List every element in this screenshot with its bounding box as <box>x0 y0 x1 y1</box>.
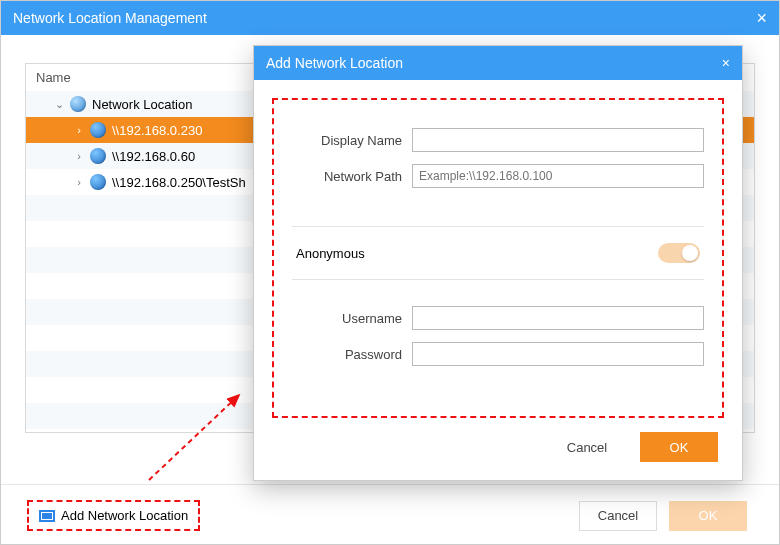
main-body: Name ⌄ Network Location › \\192.168.0.23… <box>1 35 779 545</box>
network-path-label: Network Path <box>292 169 412 184</box>
network-path-row: Network Path <box>292 164 704 188</box>
anonymous-toggle[interactable] <box>658 243 700 263</box>
close-icon[interactable]: × <box>756 8 767 29</box>
close-icon[interactable]: × <box>722 55 730 71</box>
ok-label: OK <box>670 440 689 455</box>
add-network-location-dialog: Add Network Location × Display Name Netw… <box>253 45 743 481</box>
globe-icon <box>70 96 86 112</box>
display-name-input[interactable] <box>412 128 704 152</box>
tree-item-label: \\192.168.0.250\TestSh <box>112 175 246 190</box>
chevron-right-icon[interactable]: › <box>72 176 86 188</box>
cancel-label: Cancel <box>598 508 638 523</box>
dialog-title: Add Network Location <box>266 55 403 71</box>
anonymous-row: Anonymous <box>292 243 704 271</box>
username-row: Username <box>292 306 704 330</box>
form-highlight: Display Name Network Path Anonymous <box>272 98 724 418</box>
tree-root-label: Network Location <box>92 97 192 112</box>
cancel-label: Cancel <box>567 440 607 455</box>
username-input[interactable] <box>412 306 704 330</box>
network-location-icon <box>39 510 55 522</box>
cancel-button[interactable]: Cancel <box>548 432 626 462</box>
password-input[interactable] <box>412 342 704 366</box>
username-label: Username <box>292 311 412 326</box>
dialog-body: Display Name Network Path Anonymous <box>254 80 742 480</box>
separator <box>292 226 704 227</box>
password-row: Password <box>292 342 704 366</box>
ok-button[interactable]: OK <box>640 432 718 462</box>
chevron-right-icon[interactable]: › <box>72 124 86 136</box>
network-path-input[interactable] <box>412 164 704 188</box>
separator <box>292 279 704 280</box>
anonymous-label: Anonymous <box>296 246 365 261</box>
globe-icon <box>90 122 106 138</box>
outer-bottom-bar: Add Network Location Cancel OK <box>1 484 779 545</box>
add-network-location-label: Add Network Location <box>61 508 188 523</box>
globe-icon <box>90 148 106 164</box>
tree-item-label: \\192.168.0.60 <box>112 149 195 164</box>
dialog-titlebar: Add Network Location × <box>254 46 742 80</box>
ok-label: OK <box>699 508 718 523</box>
form-section-credentials: Username Password <box>292 296 704 396</box>
main-titlebar: Network Location Management × <box>1 1 779 35</box>
add-network-location-button[interactable]: Add Network Location <box>27 500 200 531</box>
tree-item-label: \\192.168.0.230 <box>112 123 202 138</box>
dialog-bottom-bar: Cancel OK <box>272 418 724 466</box>
form-section-top: Display Name Network Path <box>292 118 704 218</box>
main-title: Network Location Management <box>13 10 207 26</box>
cancel-button[interactable]: Cancel <box>579 501 657 531</box>
outer-buttons: Cancel OK <box>579 501 747 531</box>
display-name-row: Display Name <box>292 128 704 152</box>
globe-icon <box>90 174 106 190</box>
display-name-label: Display Name <box>292 133 412 148</box>
ok-button-disabled[interactable]: OK <box>669 501 747 531</box>
password-label: Password <box>292 347 412 362</box>
chevron-down-icon[interactable]: ⌄ <box>52 98 66 111</box>
chevron-right-icon[interactable]: › <box>72 150 86 162</box>
